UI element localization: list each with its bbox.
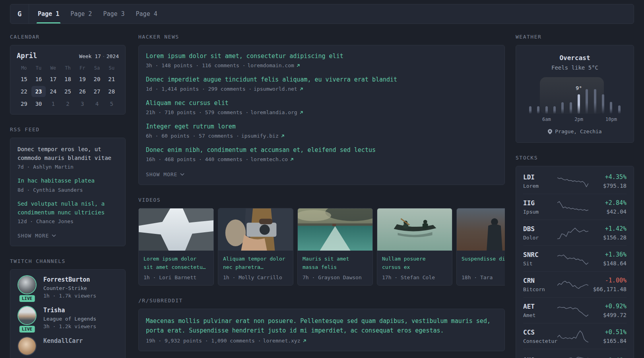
stock-company-name: Sit — [523, 261, 556, 267]
weekday-label: Fr — [75, 65, 90, 71]
weather-bar — [578, 94, 580, 114]
video-thumbnail-concrete-pillars-sky[interactable] — [139, 208, 213, 251]
external-link-icon — [296, 64, 300, 68]
video-title[interactable]: Mauris sit amet massa felis — [303, 255, 368, 272]
rss-item-title[interactable]: Sed volutpat nulla nisl, a condimentum n… — [17, 200, 118, 217]
stock-price: $66,171.48 — [590, 286, 627, 292]
channel-name[interactable]: ForrestBurton — [43, 276, 96, 283]
hn-story: Donec enim nibh, condimentum et accumsan… — [146, 146, 497, 162]
hn-story-domain-link[interactable]: loremdomain.com — [247, 62, 294, 68]
rss-item-list: Donec tempor eros leo, ut commodo mauris… — [17, 145, 118, 224]
stock-row[interactable]: AET Amet +0.92% $499.72 — [523, 298, 627, 323]
stock-row[interactable]: DBS Dolor +1.42% $156.28 — [523, 220, 627, 246]
channel-avatar[interactable] — [18, 337, 36, 355]
subreddit-post-title[interactable]: Maecenas mollis pulvinar erat non posuer… — [146, 316, 497, 335]
hn-story-title[interactable]: Lorem ipsum dolor sit amet, consectetur … — [146, 53, 497, 60]
calendar-day: 25 — [60, 86, 75, 97]
rss-show-more-button[interactable]: SHOW MORE — [17, 233, 56, 239]
app-logo[interactable]: G — [10, 4, 29, 23]
tab-page-3[interactable]: Page 3 — [97, 4, 130, 23]
subreddit-post-stats: 19h · 9,932 points · 1,090 comments · — [146, 338, 261, 344]
stock-values: +0.51% $165.84 — [590, 329, 627, 344]
rss-item-title[interactable]: In hac habitasse platea — [17, 177, 118, 185]
stock-row[interactable]: SNRC Sit +1.36% $148.64 — [523, 246, 627, 272]
channel-avatar[interactable] — [18, 307, 36, 324]
subreddit-section-label: /R/SUBREDDIT — [138, 298, 505, 304]
hn-show-more-button[interactable]: SHOW MORE — [146, 171, 184, 177]
hn-story-stats: 6h · 60 points · 57 comments · — [146, 133, 239, 139]
weather-bar — [553, 106, 556, 114]
hn-story: Integer eget rutrum lorem 6h · 60 points… — [146, 123, 497, 139]
current-temp-label: 9° — [576, 85, 582, 91]
calendar-day: 2 — [60, 98, 75, 109]
calendar-day: 29 — [17, 98, 31, 109]
video-thumbnail-boat-wake-city-sea[interactable] — [298, 208, 372, 251]
hn-story-title[interactable]: Integer eget rutrum lorem — [146, 123, 497, 130]
weather-x-axis: 6am2pm10pm — [526, 117, 623, 123]
stock-ticker: AET — [523, 303, 556, 310]
weather-bars — [526, 77, 623, 114]
stock-row[interactable]: AHS +0.46% — [523, 349, 627, 358]
calendar-day: 24 — [46, 86, 60, 97]
video-thumbnail-person-in-dark-field[interactable] — [457, 208, 505, 251]
video-title[interactable]: Nullam posuere cursus ex — [382, 255, 447, 272]
stock-row[interactable]: LDI Lorem +4.35% $795.18 — [523, 168, 627, 194]
hn-story-title[interactable]: Donec imperdiet augue tincidunt felis al… — [146, 76, 497, 83]
live-badge: LIVE — [19, 295, 35, 302]
calendar-day: 18 — [60, 74, 75, 85]
stock-change-percent: +0.46% — [590, 357, 627, 358]
video-title[interactable]: Aliquam tempor dolor nec pharetra… — [223, 255, 288, 272]
calendar-section-label: CALENDAR — [10, 34, 126, 40]
channel-avatar[interactable] — [18, 276, 36, 294]
weather-x-tick: 6am — [542, 117, 551, 122]
weather-section-label: WEATHER — [516, 34, 634, 40]
calendar-week-info: Week 17·2024 — [79, 53, 119, 59]
tab-page-1[interactable]: Page 1 — [32, 4, 65, 23]
chevron-down-icon — [52, 234, 56, 237]
video-carousel: Lorem ipsum dolor sit amet consectetu… 1… — [138, 208, 505, 286]
video-title[interactable]: Suspendisse diam — [462, 255, 505, 272]
hn-story-title[interactable]: Aliquam nec cursus elit — [146, 99, 497, 107]
hn-story-stats: 3h · 148 points · 116 comments · — [146, 62, 245, 68]
stock-price: $165.84 — [590, 338, 627, 344]
rss-item-meta: 12d · Chance Jones — [17, 218, 118, 224]
hn-story-domain-link[interactable]: loremlandia.org — [250, 109, 297, 115]
channel-name[interactable]: KendallCarr — [43, 337, 83, 344]
weather-bar — [594, 89, 596, 114]
stock-identity: DBS Dolor — [523, 225, 556, 241]
calendar-day: 23 — [31, 86, 46, 97]
stock-identity: AHS — [523, 356, 556, 358]
stock-company-name: Dolor — [523, 235, 556, 241]
video-thumbnail-canoe-misty-lake[interactable] — [377, 208, 452, 251]
tab-page-2[interactable]: Page 2 — [65, 4, 97, 23]
tab-page-4[interactable]: Page 4 — [130, 4, 163, 23]
stock-values: +1.42% $156.28 — [590, 225, 627, 241]
calendar-day: 30 — [31, 98, 46, 109]
hn-story-stats: 16h · 468 points · 440 comments · — [146, 156, 248, 162]
hn-story-domain-link[interactable]: ipsumify.biz — [241, 133, 279, 139]
video-card: Suspendisse diam 18h · Tara — [456, 208, 505, 286]
video-card-body: Lorem ipsum dolor sit amet consectetu… 1… — [139, 251, 213, 285]
stock-row[interactable]: CRN Bitcorn -1.00% $66,171.48 — [523, 272, 627, 298]
channel-category: Counter-Strike — [43, 285, 96, 291]
weekday-label: Mo — [17, 65, 31, 71]
video-thumbnail-hands-holding-camera[interactable] — [218, 208, 293, 251]
hn-story-domain-link[interactable]: loremtech.co — [250, 156, 288, 162]
external-link-icon — [299, 111, 303, 115]
rss-item-title[interactable]: Donec tempor eros leo, ut commodo mauris… — [17, 145, 118, 162]
stock-row[interactable]: IIG Ipsum +2.84% $42.04 — [523, 194, 627, 220]
calendar-day: 16 — [31, 74, 46, 85]
calendar-widget: April Week 17·2024 MoTuWeThFrSaSu 151617… — [10, 45, 126, 115]
stock-price: $499.72 — [590, 312, 627, 318]
subreddit-post-domain-link[interactable]: loremnet.xyz — [263, 338, 301, 344]
hn-story-domain-link[interactable]: ipsumworld.net — [254, 86, 297, 92]
video-title[interactable]: Lorem ipsum dolor sit amet consectetu… — [144, 255, 209, 272]
weather-section: WEATHER Overcast Feels like 5°C 9° 6am2p… — [516, 34, 634, 143]
video-meta: 7h · Grayson Dawson — [303, 274, 368, 280]
stock-row[interactable]: CCS Consectetur +0.51% $165.84 — [523, 323, 627, 349]
week-label: Week — [79, 53, 91, 59]
stock-values: +0.92% $499.72 — [590, 303, 627, 318]
external-link-icon — [281, 134, 285, 138]
channel-name[interactable]: Trisha — [43, 307, 96, 314]
hn-story-title[interactable]: Donec enim nibh, condimentum et accumsan… — [146, 146, 497, 154]
